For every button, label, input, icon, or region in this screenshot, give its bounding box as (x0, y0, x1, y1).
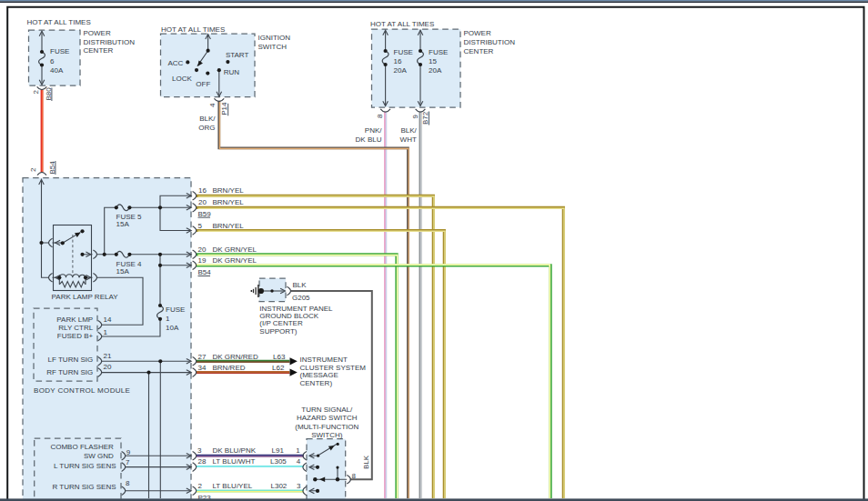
svg-text:15A: 15A (116, 267, 130, 276)
svg-text:PARK LAMP RELAY: PARK LAMP RELAY (52, 293, 119, 301)
svg-text:15A: 15A (116, 220, 130, 228)
svg-text:CENTER: CENTER (84, 46, 114, 55)
svg-text:40A: 40A (50, 66, 64, 75)
svg-text:R TURN SIG SENS: R TURN SIG SENS (52, 483, 116, 491)
svg-text:2: 2 (29, 167, 37, 172)
svg-text:DK BLU: DK BLU (356, 135, 382, 144)
svg-text:8: 8 (126, 479, 130, 487)
svg-text:IGNITION: IGNITION (258, 34, 291, 42)
svg-text:20: 20 (198, 245, 207, 254)
svg-text:BRN/YEL: BRN/YEL (213, 198, 245, 206)
svg-text:L302: L302 (271, 482, 288, 490)
svg-text:HOT AT ALL TIMES: HOT AT ALL TIMES (370, 20, 434, 28)
svg-text:LF TURN SIG: LF TURN SIG (48, 356, 94, 364)
svg-text:L91: L91 (272, 446, 285, 455)
svg-text:SWITCH: SWITCH (258, 43, 288, 51)
svg-text:4: 4 (297, 457, 301, 466)
svg-text:L TURN SIG SENS: L TURN SIG SENS (54, 462, 116, 470)
svg-text:2: 2 (32, 90, 40, 95)
svg-text:ORG: ORG (198, 124, 215, 132)
svg-text:FUSE: FUSE (394, 48, 413, 56)
svg-text:B72: B72 (421, 111, 429, 125)
svg-text:B59: B59 (198, 210, 212, 218)
svg-text:FUSE: FUSE (429, 48, 448, 56)
svg-text:CENTER): CENTER) (300, 379, 333, 387)
svg-text:L62: L62 (272, 364, 285, 372)
svg-text:OFF: OFF (196, 80, 210, 88)
svg-text:DK BLU/PNK: DK BLU/PNK (213, 446, 257, 455)
svg-text:BLK: BLK (362, 455, 370, 469)
svg-text:27: 27 (198, 353, 207, 361)
svg-text:PNK/: PNK/ (365, 126, 382, 135)
svg-text:DK GRN/YEL: DK GRN/YEL (213, 256, 257, 265)
svg-text:1: 1 (104, 328, 108, 336)
svg-text:PARK LMP: PARK LMP (56, 316, 93, 324)
svg-text:BRN/YEL: BRN/YEL (213, 186, 245, 195)
svg-text:LT BLU/WHT: LT BLU/WHT (213, 457, 256, 466)
svg-text:L305: L305 (270, 457, 287, 466)
svg-text:BLK/: BLK/ (199, 115, 216, 123)
svg-text:(MULTI-FUNCTION: (MULTI-FUNCTION (295, 423, 358, 431)
svg-text:LT BLU/YEL: LT BLU/YEL (213, 482, 253, 490)
svg-text:SUPPORT): SUPPORT) (259, 327, 298, 336)
svg-text:15: 15 (429, 57, 437, 65)
svg-text:3: 3 (197, 446, 202, 455)
svg-text:6: 6 (50, 57, 55, 65)
svg-text:POWER: POWER (464, 29, 491, 37)
svg-text:WHT: WHT (400, 135, 417, 144)
svg-text:BRN/RED: BRN/RED (213, 364, 246, 372)
svg-text:8: 8 (376, 114, 384, 118)
svg-text:DK GRN/RED: DK GRN/RED (213, 353, 258, 361)
svg-text:3: 3 (297, 482, 301, 490)
svg-text:1: 1 (296, 446, 300, 455)
svg-text:START: START (226, 51, 249, 59)
svg-text:16: 16 (394, 57, 402, 65)
svg-text:LOCK: LOCK (172, 75, 192, 83)
svg-text:FUSED B+: FUSED B+ (57, 332, 94, 340)
svg-text:TURN SIGNAL/: TURN SIGNAL/ (301, 406, 353, 414)
svg-text:8: 8 (352, 472, 357, 480)
svg-text:BLK/: BLK/ (400, 126, 417, 135)
svg-text:2: 2 (198, 482, 203, 490)
svg-text:16: 16 (198, 186, 207, 195)
svg-text:HOT AT ALL TIMES: HOT AT ALL TIMES (161, 25, 225, 34)
svg-text:L63: L63 (273, 353, 286, 361)
svg-text:BODY CONTROL MODULE: BODY CONTROL MODULE (34, 386, 130, 395)
svg-text:20A: 20A (429, 66, 442, 75)
svg-text:HOT AT ALL TIMES: HOT AT ALL TIMES (27, 18, 91, 26)
svg-text:POWER: POWER (84, 29, 111, 37)
svg-text:DK GRN/YEL: DK GRN/YEL (213, 245, 257, 254)
svg-text:BLK: BLK (293, 281, 308, 289)
svg-text:10A: 10A (166, 324, 179, 332)
svg-text:DISTRIBUTION: DISTRIBUTION (84, 38, 136, 46)
svg-text:20: 20 (104, 363, 112, 371)
svg-text:COMBO FLASHER: COMBO FLASHER (50, 443, 114, 451)
svg-text:B54: B54 (48, 161, 56, 175)
svg-text:20: 20 (198, 198, 207, 206)
svg-text:G205: G205 (292, 294, 310, 302)
svg-text:FUSE: FUSE (166, 306, 185, 314)
svg-text:4: 4 (208, 103, 217, 107)
svg-text:14: 14 (104, 316, 112, 324)
svg-text:HAZARD SWITCH: HAZARD SWITCH (297, 414, 358, 422)
svg-text:SW GND: SW GND (84, 452, 114, 460)
svg-text:1: 1 (166, 315, 170, 323)
svg-text:28: 28 (198, 457, 207, 466)
svg-text:FUSE: FUSE (50, 47, 69, 55)
svg-text:DISTRIBUTION: DISTRIBUTION (464, 38, 516, 46)
svg-text:19: 19 (198, 256, 207, 265)
svg-text:21: 21 (104, 352, 112, 360)
svg-text:RLY CTRL: RLY CTRL (58, 324, 93, 332)
svg-text:RF TURN SIG: RF TURN SIG (46, 368, 93, 376)
svg-text:P14: P14 (220, 102, 228, 115)
svg-text:B54: B54 (198, 268, 212, 276)
svg-text:SWITCH): SWITCH) (311, 431, 343, 439)
svg-text:CENTER: CENTER (464, 47, 494, 55)
svg-text:BRN/YEL: BRN/YEL (213, 222, 245, 230)
svg-text:ACC: ACC (167, 59, 183, 67)
svg-text:9: 9 (411, 115, 419, 119)
svg-text:9: 9 (126, 448, 131, 456)
svg-text:20A: 20A (394, 66, 408, 75)
svg-text:5: 5 (198, 222, 203, 230)
svg-text:B80: B80 (45, 87, 53, 101)
